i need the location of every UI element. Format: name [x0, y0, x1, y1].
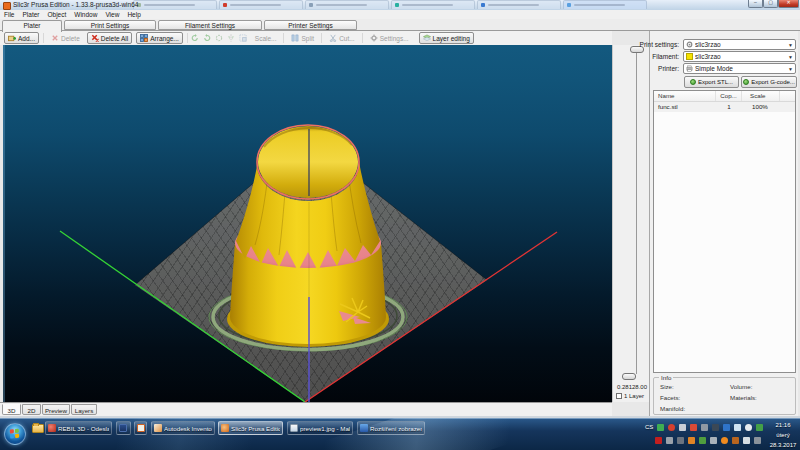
- menu-view[interactable]: View: [101, 10, 123, 19]
- tray-icon[interactable]: [699, 437, 706, 444]
- taskbar-button-inventor[interactable]: Autodesk Inventor Pr...: [151, 421, 215, 435]
- taskbar-button-display[interactable]: Rozšíření zobrazení: [357, 421, 425, 435]
- tray-icon[interactable]: [666, 437, 673, 444]
- export-gcode-button[interactable]: Export G-code...: [741, 76, 797, 88]
- tray-icon[interactable]: [723, 424, 730, 431]
- tray-icon[interactable]: [721, 437, 728, 444]
- cut-icon: [329, 34, 337, 42]
- export-stl-button[interactable]: Export STL...: [684, 76, 739, 88]
- menu-object[interactable]: Object: [43, 10, 70, 19]
- tray-icon[interactable]: [712, 424, 719, 431]
- taskbar-button-rebil[interactable]: REBIL 3D - Odeslat o...: [45, 421, 112, 435]
- plater-sidebar: Print settings: slic3rzao▼ Filament: sli…: [649, 31, 798, 417]
- tray-icon[interactable]: [754, 437, 761, 444]
- table-row[interactable]: func.stl 1 100%: [654, 102, 795, 112]
- language-indicator[interactable]: CS: [645, 424, 653, 430]
- taskbar-button-paint[interactable]: preview1.jpg - Malov...: [287, 421, 353, 435]
- layer-slider-handle-bottom[interactable]: [622, 373, 636, 380]
- printer-icon: [686, 65, 693, 72]
- taskbar-button-slic3r[interactable]: Slic3r Prusa Edition - ...: [218, 421, 283, 435]
- explorer-taskbar-icon[interactable]: [30, 422, 45, 435]
- object-list-table[interactable]: Name Cop... Scale func.stl 1 100%: [653, 90, 796, 373]
- tab-filament-settings[interactable]: Filament Settings: [158, 20, 262, 30]
- tray-icon[interactable]: [701, 424, 708, 431]
- taskbar-button-doc[interactable]: [116, 421, 131, 435]
- info-size-label: Size:: [660, 383, 674, 390]
- add-button[interactable]: Add...: [4, 32, 39, 44]
- layer-editing-button[interactable]: Layer editing: [419, 32, 474, 44]
- filament-combo[interactable]: slic3rzao▼: [683, 51, 796, 62]
- background-browser-tab: [563, 0, 647, 9]
- tray-icon[interactable]: [756, 424, 763, 431]
- background-browser-tab: [133, 0, 217, 9]
- layer-min-value: 0.28: [617, 384, 629, 390]
- delete-all-button[interactable]: Delete All: [87, 32, 132, 44]
- tray-icon[interactable]: [677, 437, 684, 444]
- taskbar-button-app[interactable]: [134, 421, 147, 435]
- rotate-cw-icon[interactable]: [202, 33, 212, 44]
- scale-icon[interactable]: [238, 33, 248, 44]
- cut-button[interactable]: Cut...: [326, 32, 358, 44]
- add-icon: [8, 34, 16, 42]
- print-settings-combo[interactable]: slic3rzao▼: [683, 39, 796, 50]
- tray-icon[interactable]: [657, 424, 664, 431]
- tray-icon[interactable]: [732, 437, 739, 444]
- screen: Slic3r Prusa Edition - 1.33.8-prusa3d-wi…: [0, 0, 800, 450]
- tray-icon[interactable]: [743, 437, 750, 444]
- menu-help[interactable]: Help: [123, 10, 144, 19]
- info-box-title: Info: [659, 374, 673, 381]
- minimize-button[interactable]: –: [748, 0, 763, 8]
- tray-icon[interactable]: [688, 437, 695, 444]
- layer-editing-icon: [423, 34, 431, 42]
- close-button[interactable]: ✕: [778, 0, 799, 8]
- menu-plater[interactable]: Plater: [18, 10, 43, 19]
- view-tab-bar: 3D 2D Preview Layers: [0, 402, 612, 416]
- clock-time: 21:16: [768, 420, 798, 430]
- printer-combo[interactable]: Simple Mode▼: [683, 63, 796, 74]
- tray-icon[interactable]: [734, 424, 741, 431]
- tab-print-settings[interactable]: Print Settings: [64, 20, 156, 30]
- view-tab-preview[interactable]: Preview: [42, 404, 70, 415]
- tab-printer-settings[interactable]: Printer Settings: [264, 20, 357, 30]
- info-manifold-label: Manifold:: [660, 405, 685, 412]
- document-app-icon: [119, 424, 127, 432]
- scene-3d: [3, 45, 612, 402]
- maximize-button[interactable]: ▢: [763, 0, 778, 8]
- tray-icon[interactable]: [668, 424, 675, 431]
- split-button[interactable]: Split: [288, 32, 317, 44]
- delete-all-icon: [91, 34, 99, 42]
- delete-icon: [51, 34, 59, 42]
- tray-icon[interactable]: [655, 437, 662, 444]
- settings-tab-bar: Plater Print Settings Filament Settings …: [0, 19, 800, 31]
- taskbar-clock[interactable]: 21:16 úterý 28.3.2017: [768, 420, 798, 450]
- window-controls: – ▢ ✕: [748, 0, 799, 8]
- info-volume-label: Volume:: [730, 383, 752, 390]
- view-tab-3d[interactable]: 3D: [2, 404, 21, 415]
- layer-slider-track[interactable]: [636, 48, 637, 374]
- tab-plater[interactable]: Plater: [2, 20, 62, 32]
- view-tab-layers[interactable]: Layers: [71, 404, 97, 415]
- tray-icon[interactable]: [679, 424, 686, 431]
- settings-icon: [370, 34, 378, 42]
- tray-icon[interactable]: [745, 424, 752, 431]
- scale-button[interactable]: Scale...: [252, 32, 280, 44]
- arrange-button[interactable]: Arrange...: [136, 32, 183, 44]
- window-title: Slic3r Prusa Edition - 1.33.8-prusa3d-wi…: [13, 1, 138, 8]
- windows-logo-icon: [10, 428, 20, 439]
- tray-icon[interactable]: [710, 437, 717, 444]
- menu-window[interactable]: Window: [70, 10, 101, 19]
- info-materials-label: Materials:: [730, 394, 757, 401]
- printer-label: Printer:: [658, 65, 679, 72]
- 3d-viewport[interactable]: [3, 45, 612, 402]
- export-gcode-icon: [743, 79, 749, 85]
- one-layer-checkbox[interactable]: 1 Layer: [616, 393, 644, 399]
- view-tab-2d[interactable]: 2D: [22, 404, 41, 415]
- rotate-ccw-icon[interactable]: [190, 33, 200, 44]
- tray-icon[interactable]: [690, 424, 697, 431]
- delete-button[interactable]: Delete: [48, 32, 83, 44]
- object-settings-button[interactable]: Settings...: [367, 32, 412, 44]
- checkbox-box[interactable]: [616, 393, 622, 399]
- menu-file[interactable]: File: [0, 10, 18, 19]
- rotate-free-icon[interactable]: [214, 33, 224, 44]
- mirror-icon[interactable]: [226, 33, 236, 44]
